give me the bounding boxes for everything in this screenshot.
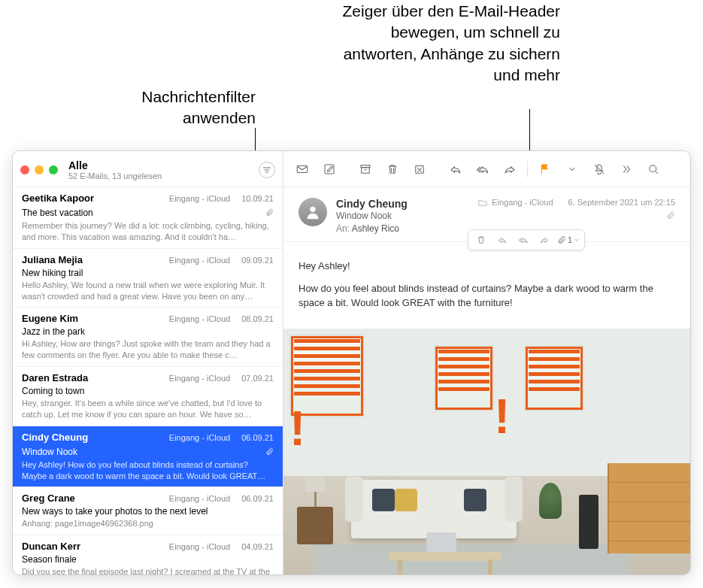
forward-icon: [539, 235, 550, 245]
flag-button[interactable]: [534, 159, 556, 179]
more-button[interactable]: [615, 159, 638, 179]
junk-button[interactable]: [408, 159, 431, 179]
filter-button[interactable]: [259, 162, 275, 178]
attachment-icon: [666, 211, 675, 220]
attachment-icon: [265, 444, 274, 458]
trash-icon: [476, 235, 486, 245]
message-subject: Jazz in the park: [22, 326, 85, 337]
message-list[interactable]: Geetika KapoorEingang - iCloud10.09.21Th…: [13, 187, 283, 574]
message-date: 09.09.21: [241, 256, 274, 265]
message-mailbox: Eingang - iCloud: [169, 542, 230, 551]
filter-icon: [262, 165, 271, 174]
chevron-down-icon: [574, 237, 580, 243]
message-preview: Hey Ashley! How do you feel about blinds…: [22, 459, 274, 482]
reply-icon: [449, 162, 462, 176]
hover-action-toolbar: 1: [468, 229, 585, 250]
header-meta: Eingang - iCloud 6. September 2021 um 22…: [478, 198, 675, 221]
attachment-icon: [557, 235, 566, 244]
message-date: 06.09.21: [241, 494, 274, 503]
svg-rect-0: [297, 165, 308, 172]
message-sender: Cindy Cheung: [22, 432, 88, 443]
message-item[interactable]: Daren EstradaEingang - iCloud07.09.21Com…: [13, 367, 283, 426]
message-item[interactable]: Greg CraneEingang - iCloud06.09.21New wa…: [13, 487, 283, 535]
message-list-pane: Alle 52 E-Mails, 13 ungelesen Geetika Ka…: [13, 151, 283, 574]
zoom-window-button[interactable]: [49, 165, 58, 174]
message-header: Cindy Cheung Window Nook An: Ashley Rico…: [283, 187, 690, 242]
chevron-double-right-icon: [620, 162, 633, 176]
message-subject: Coming to town: [22, 386, 84, 396]
body-greeting: Hey Ashley!: [298, 259, 675, 274]
message-preview: Did you see the final episode last night…: [22, 566, 274, 574]
hover-reply-all-button[interactable]: [515, 232, 532, 247]
close-window-button[interactable]: [20, 165, 29, 174]
message-date: 10.09.21: [241, 194, 274, 203]
window-controls: [20, 165, 58, 174]
search-button[interactable]: [642, 159, 665, 179]
minimize-window-button[interactable]: [35, 165, 44, 174]
mailbox-title: Alle: [68, 159, 162, 171]
reply-icon: [497, 235, 508, 245]
compose-icon: [323, 162, 336, 176]
forward-button[interactable]: [498, 159, 521, 179]
message-mailbox: Eingang - iCloud: [169, 194, 230, 203]
compose-button[interactable]: [318, 159, 341, 179]
header-mailbox: Eingang - iCloud: [492, 198, 553, 207]
forward-icon: [503, 162, 517, 176]
message-subject: Season finale: [22, 554, 77, 565]
message-subject: New hiking trail: [22, 268, 83, 278]
hover-attachment-button[interactable]: 1: [557, 235, 580, 244]
message-date: 04.09.21: [241, 542, 274, 551]
message-item[interactable]: Duncan KerrEingang - iCloud04.09.21Seaso…: [13, 535, 283, 574]
hover-delete-button[interactable]: [473, 232, 489, 247]
hover-forward-button[interactable]: [536, 232, 553, 247]
message-mailbox: Eingang - iCloud: [169, 494, 230, 503]
message-item[interactable]: Juliana MejiaEingang - iCloud09.09.21New…: [13, 249, 283, 308]
to-label: An:: [336, 223, 350, 234]
mute-icon: [592, 162, 606, 176]
list-header: Alle 52 E-Mails, 13 ungelesen: [13, 151, 283, 187]
message-sender: Eugene Kim: [22, 313, 78, 324]
message-preview: Hello Ashley, We found a new trail when …: [22, 280, 274, 302]
message-subject: Window Nook: [22, 447, 77, 457]
reading-pane: Cindy Cheung Window Nook An: Ashley Rico…: [283, 151, 690, 574]
folder-icon: [478, 199, 487, 206]
toolbar: [283, 151, 690, 187]
message-preview: Hey, stranger. It's been a while since w…: [22, 398, 274, 420]
svg-rect-1: [325, 165, 334, 174]
message-sender: Daren Estrada: [22, 372, 88, 383]
attachment-icon: [265, 205, 274, 219]
chevron-down-icon: [568, 165, 576, 173]
reply-all-button[interactable]: [471, 159, 494, 179]
message-mailbox: Eingang - iCloud: [169, 314, 230, 323]
reply-button[interactable]: [444, 159, 467, 179]
delete-button[interactable]: [381, 159, 404, 179]
attachment-image[interactable]: ! !: [283, 329, 690, 575]
message-item[interactable]: Geetika KapoorEingang - iCloud10.09.21Th…: [13, 187, 283, 249]
message-item[interactable]: Eugene KimEingang - iCloud08.09.21Jazz i…: [13, 308, 283, 367]
flag-menu-button[interactable]: [561, 159, 583, 179]
message-sender: Greg Crane: [22, 493, 75, 504]
message-sender: Juliana Mejia: [22, 254, 83, 265]
reply-all-icon: [518, 235, 529, 245]
message-subject: New ways to take your photos to the next…: [22, 506, 208, 517]
callout-hover: Zeiger über den E-Mail-Header bewegen, u…: [335, 1, 560, 86]
avatar: [298, 198, 327, 226]
junk-icon: [413, 162, 426, 176]
message-subject: The best vacation: [22, 208, 93, 218]
reply-all-icon: [476, 162, 489, 176]
svg-rect-3: [362, 167, 370, 173]
message-date: 08.09.21: [241, 314, 274, 323]
get-mail-button[interactable]: [291, 159, 314, 179]
svg-point-6: [310, 207, 315, 212]
header-date: 6. September 2021 um 22:15: [568, 198, 675, 207]
hover-reply-button[interactable]: [494, 232, 511, 247]
message-date: 07.09.21: [241, 374, 274, 383]
mail-icon: [295, 162, 309, 176]
message-preview: Anhang: page1image46962368.png: [22, 518, 274, 529]
mute-button[interactable]: [588, 159, 611, 179]
flag-icon: [538, 162, 552, 176]
mailbox-count: 52 E-Mails, 13 ungelesen: [68, 171, 162, 180]
archive-button[interactable]: [354, 159, 377, 179]
message-sender: Duncan Kerr: [22, 541, 80, 552]
message-item[interactable]: Cindy CheungEingang - iCloud06.09.21Wind…: [13, 426, 283, 488]
